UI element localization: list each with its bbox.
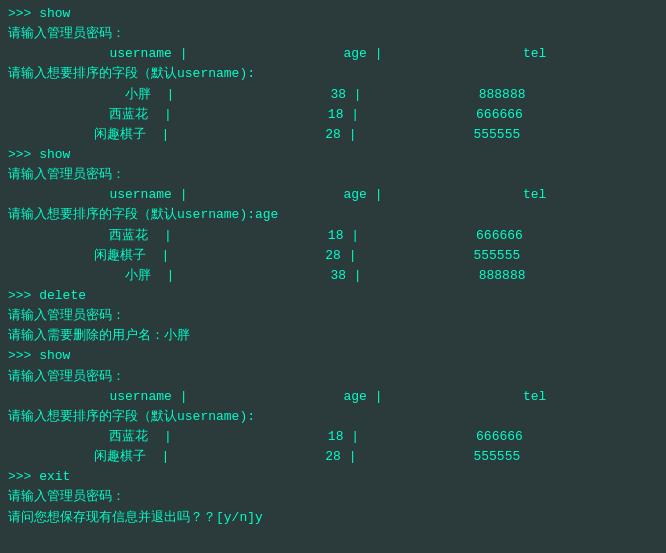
terminal-line-l6: 西蓝花 | 18 | 666666 bbox=[8, 105, 658, 125]
terminal-line-l1: >>> show bbox=[8, 4, 658, 24]
terminal-line-l2: 请输入管理员密码： bbox=[8, 24, 658, 44]
terminal-line-l25: 请输入管理员密码： bbox=[8, 487, 658, 507]
terminal-line-l17: 请输入需要删除的用户名：小胖 bbox=[8, 326, 658, 346]
terminal-line-l9: 请输入管理员密码： bbox=[8, 165, 658, 185]
terminal-line-l24: >>> exit bbox=[8, 467, 658, 487]
terminal-line-l12: 西蓝花 | 18 | 666666 bbox=[8, 226, 658, 246]
terminal-line-l5: 小胖 | 38 | 888888 bbox=[8, 85, 658, 105]
terminal-line-l14: 小胖 | 38 | 888888 bbox=[8, 266, 658, 286]
terminal-line-l7: 闲趣棋子 | 28 | 555555 bbox=[8, 125, 658, 145]
terminal-line-l16: 请输入管理员密码： bbox=[8, 306, 658, 326]
terminal-line-l18: >>> show bbox=[8, 346, 658, 366]
terminal-line-l15: >>> delete bbox=[8, 286, 658, 306]
terminal-line-l26: 请问您想保存现有信息并退出吗？？[y/n]y bbox=[8, 508, 658, 528]
terminal-line-l11: 请输入想要排序的字段（默认username):age bbox=[8, 205, 658, 225]
terminal-line-l8: >>> show bbox=[8, 145, 658, 165]
terminal-line-l4: 请输入想要排序的字段（默认username): bbox=[8, 64, 658, 84]
terminal-line-l22: 西蓝花 | 18 | 666666 bbox=[8, 427, 658, 447]
terminal-line-l3: username | age | tel bbox=[8, 44, 658, 64]
terminal-window: >>> show请输入管理员密码： username | age | tel请输… bbox=[0, 0, 666, 553]
terminal-line-l19: 请输入管理员密码： bbox=[8, 367, 658, 387]
terminal-line-l10: username | age | tel bbox=[8, 185, 658, 205]
terminal-line-l21: 请输入想要排序的字段（默认username): bbox=[8, 407, 658, 427]
terminal-line-l23: 闲趣棋子 | 28 | 555555 bbox=[8, 447, 658, 467]
terminal-line-l20: username | age | tel bbox=[8, 387, 658, 407]
terminal-line-l13: 闲趣棋子 | 28 | 555555 bbox=[8, 246, 658, 266]
